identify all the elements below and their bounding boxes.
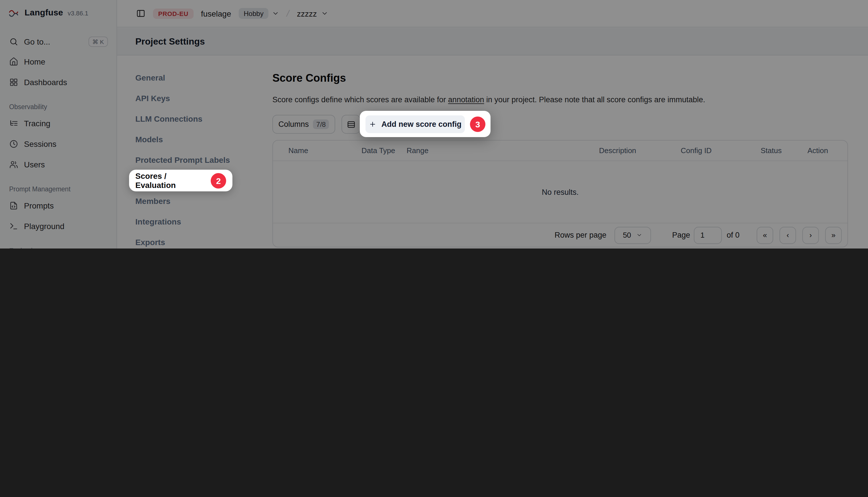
plus-icon xyxy=(369,120,376,128)
langfuse-app: Langfuse v3.86.1 Go to... ⌘ K Home Dashb… xyxy=(0,0,868,248)
add-score-config-button[interactable]: Add new score config xyxy=(365,115,465,133)
settings-nav-scores-evaluation[interactable]: Scores / Evaluation 2 xyxy=(129,170,232,191)
step-badge-2: 2 xyxy=(211,173,226,188)
step-badge-3: 3 xyxy=(470,116,486,132)
add-score-config-popover: Add new score config 3 xyxy=(360,111,491,137)
